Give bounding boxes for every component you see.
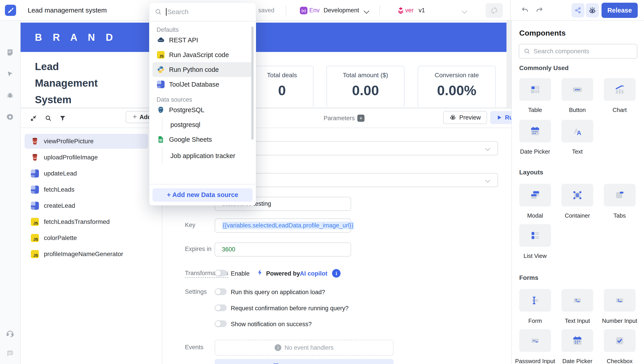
filter-queries-icon[interactable] <box>58 114 67 123</box>
component-tile-password-input[interactable] <box>519 329 551 352</box>
tabs-icon <box>614 189 626 201</box>
component-tile-number-input[interactable]: 1 <box>604 289 636 312</box>
s3-icon <box>31 137 39 145</box>
dropdown-item-google-sheets[interactable]: Google Sheets <box>152 132 253 147</box>
dropdown-footer: + Add new Data source <box>149 184 256 205</box>
forms-title: Forms <box>519 274 538 281</box>
components-panel-title: Components <box>519 29 566 37</box>
chevron-down-icon[interactable] <box>462 8 467 14</box>
env-badge-label: Env <box>309 0 320 21</box>
host-select[interactable] <box>215 141 498 155</box>
undo-button[interactable] <box>520 0 530 21</box>
dropdown-item-job-application-tracker[interactable]: Job application tracker <box>162 147 256 165</box>
checkbox-icon <box>614 335 626 347</box>
confirm-before-run-toggle[interactable] <box>215 304 227 311</box>
share-button[interactable] <box>572 3 584 18</box>
component-tile-text[interactable]: AA <box>562 120 593 142</box>
query-item-updateLead[interactable]: updateLead <box>24 166 148 181</box>
query-item-profileImageNameGenerator[interactable]: JS profileImageNameGenerator <box>24 247 148 261</box>
info-icon[interactable]: i <box>332 269 340 278</box>
search-queries-icon[interactable] <box>44 114 53 123</box>
component-tile-tabs[interactable] <box>604 184 636 206</box>
version-icon <box>397 0 405 21</box>
query-item-uploadProfileImage[interactable]: uploadProfileImage <box>24 150 148 165</box>
version-selector[interactable]: v1 <box>418 0 425 21</box>
redo-button[interactable] <box>535 0 544 21</box>
component-tile-checkbox[interactable] <box>604 329 636 352</box>
divider <box>380 5 380 15</box>
notify-success-toggle[interactable] <box>215 320 227 327</box>
component-tile-button[interactable] <box>562 78 593 101</box>
query-item-viewProfilePicture[interactable]: viewProfilePicture <box>24 134 148 149</box>
dropdown-search-row[interactable]: Search <box>149 3 256 22</box>
calendar-icon <box>571 335 584 347</box>
dropdown-item-tooljet-database[interactable]: ToolJet Database <box>152 77 253 92</box>
pages-icon[interactable] <box>6 48 14 57</box>
tooljet-logo-icon[interactable] <box>5 5 16 16</box>
settings-label: Settings <box>185 288 207 295</box>
component-tile-modal[interactable] <box>519 184 551 206</box>
button-icon <box>571 83 584 96</box>
divider <box>286 5 286 15</box>
query-item-fetchLeads[interactable]: fetchLeads <box>24 182 148 197</box>
add-parameter-button[interactable]: + <box>357 115 364 122</box>
stat-card-total-amount[interactable]: Total amount ($) 0.00 <box>326 66 404 107</box>
dropdown-item-postgresql-instance[interactable]: postgresql <box>162 117 256 132</box>
data-source-search-dropdown: Search Defaults {REST} REST API JS Run J… <box>149 3 256 206</box>
component-tile-date-picker[interactable] <box>519 120 551 142</box>
component-tile-container[interactable] <box>562 184 593 206</box>
new-event-handler-button[interactable]: + New event handler <box>215 359 394 364</box>
svg-text:{REST}: {REST} <box>158 40 164 41</box>
page-title[interactable]: Lead Management System <box>35 58 98 108</box>
component-tile-list-view[interactable] <box>519 224 551 247</box>
confirm-before-run-label: Request confirmation before running quer… <box>231 305 348 312</box>
settings-gear-icon[interactable] <box>6 113 14 122</box>
query-item-fetchLeadsTransformed[interactable]: JS fetchLeadsTransformed <box>24 215 148 229</box>
form-icon <box>529 294 541 306</box>
component-tile-text-input[interactable]: T <box>562 289 593 312</box>
tile-label: Date Picker <box>514 148 556 155</box>
transformations-toggle[interactable] <box>215 270 227 276</box>
dropdown-item-run-javascript[interactable]: JS Run JavaScript code <box>152 48 253 62</box>
tooljet-db-icon <box>31 186 39 194</box>
tile-label: Number Input <box>598 317 641 324</box>
component-tile-form[interactable] <box>519 289 551 312</box>
promote-environment-button[interactable] <box>486 3 503 18</box>
query-item-colorPalette[interactable]: JS colorPalette <box>24 231 148 245</box>
query-item-createLead[interactable]: createLead <box>24 198 148 213</box>
app-preview-eye-button[interactable] <box>586 3 599 18</box>
dropdown-scrollbar[interactable] <box>251 27 254 140</box>
run-on-load-toggle[interactable] <box>215 288 227 295</box>
release-button[interactable]: Release <box>602 3 638 18</box>
env-selector[interactable]: Development <box>324 0 359 21</box>
collapse-panel-icon[interactable] <box>29 114 38 123</box>
component-tile-chart[interactable] <box>604 78 636 101</box>
tile-label: Table <box>514 107 556 113</box>
dropdown-item-run-python[interactable]: Run Python code <box>152 62 253 77</box>
support-headset-icon[interactable] <box>6 329 14 338</box>
operation-select[interactable]: Download <box>215 173 498 187</box>
save-status: saved <box>258 0 274 21</box>
defaults-section-title: Defaults <box>149 22 256 33</box>
comments-icon[interactable] <box>6 349 14 358</box>
search-components-input[interactable]: Search components <box>519 44 637 59</box>
modal-icon <box>529 189 541 201</box>
stat-card-conversion-rate[interactable]: Conversion rate 0.00% <box>418 66 496 107</box>
dropdown-item-rest-api[interactable]: {REST} REST API <box>152 33 253 48</box>
search-input[interactable]: Search <box>166 8 188 16</box>
app-title[interactable]: Lead management system <box>28 0 107 21</box>
inspector-icon[interactable] <box>6 70 14 79</box>
component-tile-table[interactable] <box>519 78 551 101</box>
preview-button[interactable]: Preview <box>443 111 487 124</box>
component-tile-date-picker-form[interactable] <box>562 329 593 352</box>
expires-input[interactable]: 3600 <box>215 242 351 257</box>
key-input[interactable]: {{variables.selectedLeadData.profile_ima… <box>215 219 351 233</box>
svg-text:A: A <box>577 129 582 136</box>
add-new-data-source-button[interactable]: + Add new Data source <box>152 188 253 202</box>
dropdown-item-postgresql[interactable]: PostgreSQL <box>152 103 253 117</box>
brand-header-bar[interactable]: B R A N D <box>20 23 506 52</box>
stat-card-total-deals[interactable]: Total deals 0 <box>250 66 314 107</box>
debugger-icon[interactable] <box>6 91 14 100</box>
chevron-down-icon[interactable] <box>364 8 370 14</box>
svg-text:1: 1 <box>618 298 620 303</box>
